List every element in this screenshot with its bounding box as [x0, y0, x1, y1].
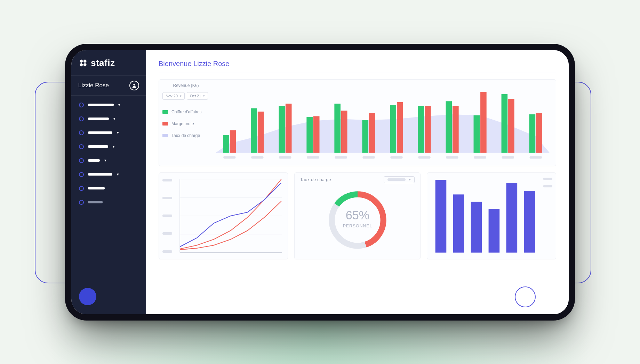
swatch-green: [162, 110, 168, 114]
svg-rect-23: [362, 156, 375, 159]
swatch-blue: [162, 134, 168, 137]
swatch-red: [162, 122, 168, 126]
svg-rect-27: [418, 106, 424, 153]
chevron-down-icon: ▾: [113, 118, 116, 120]
nav-label-skeleton: [88, 104, 114, 106]
sidebar-item-1[interactable]: ▾: [75, 113, 142, 125]
main-content: Bienvenue Lizzie Rose Revenue (K€) Nov 2…: [146, 50, 569, 314]
svg-rect-40: [536, 113, 542, 153]
chevron-down-icon: ▾: [117, 131, 119, 134]
taux-card: Taux de charge ▾ 65%PERSONNEL: [294, 172, 421, 259]
bar-chart-card: [427, 172, 556, 259]
chevron-down-icon: ▾: [409, 178, 411, 181]
home-button[interactable]: [515, 286, 536, 307]
date-to-select[interactable]: Oct 21 ▾: [187, 92, 208, 100]
svg-point-5: [133, 83, 135, 85]
svg-rect-24: [390, 105, 396, 153]
nav-label-skeleton: [88, 201, 103, 203]
sidebar-item-2[interactable]: ▾: [75, 127, 142, 139]
line-chart: [178, 177, 283, 255]
svg-text:PERSONNEL: PERSONNEL: [343, 223, 372, 228]
ring-icon: [79, 158, 84, 163]
legend-item-ca: Chiffre d'affaires: [162, 110, 209, 114]
device-frame: stafiz Lizzie Rose ▾▾▾▾▾▾ Bienvenue Lizz…: [71, 50, 569, 314]
date-from-select[interactable]: Nov 20 ▾: [162, 92, 185, 100]
ring-icon: [79, 144, 84, 149]
svg-rect-25: [397, 102, 403, 153]
ring-icon: [79, 103, 84, 107]
sidebar-item-4[interactable]: ▾: [75, 155, 142, 167]
fab-button[interactable]: [79, 288, 96, 305]
nav-label-skeleton: [88, 159, 100, 162]
svg-rect-35: [474, 156, 486, 159]
svg-rect-8: [223, 156, 235, 159]
svg-rect-39: [529, 114, 536, 153]
y-axis-skeleton: [162, 179, 174, 253]
taux-select[interactable]: ▾: [384, 176, 415, 183]
svg-point-4: [82, 62, 85, 64]
ring-icon: [79, 172, 84, 177]
legend-item-marge: Marge brute: [162, 121, 209, 126]
sidebar-item-0[interactable]: ▾: [75, 99, 142, 111]
ring-icon: [79, 200, 84, 205]
sidebar-item-3[interactable]: ▾: [75, 141, 142, 153]
svg-rect-26: [390, 156, 402, 159]
svg-rect-52: [453, 194, 464, 252]
svg-rect-38: [502, 156, 514, 159]
revenue-controls: Revenue (K€) Nov 20 ▾ Oct 21 ▾ Chiffre d…: [159, 80, 213, 166]
page-title: Bienvenue Lizzie Rose: [159, 60, 556, 73]
avatar-icon: [129, 81, 139, 90]
svg-rect-7: [230, 130, 236, 153]
chevron-down-icon: ▾: [104, 159, 107, 162]
svg-rect-6: [223, 135, 229, 153]
svg-rect-20: [335, 156, 347, 159]
svg-rect-37: [508, 99, 514, 153]
nav-label-skeleton: [88, 187, 105, 189]
chevron-down-icon: ▾: [180, 94, 182, 98]
revenue-card: Revenue (K€) Nov 20 ▾ Oct 21 ▾ Chiffre d…: [159, 79, 556, 166]
chevron-down-icon: ▾: [117, 173, 119, 176]
nav-label-skeleton: [88, 118, 109, 120]
revenue-title: Revenue (K€): [162, 83, 209, 88]
svg-rect-53: [471, 202, 482, 252]
svg-rect-22: [369, 113, 375, 153]
svg-rect-29: [418, 156, 430, 159]
sidebar-nav: ▾▾▾▾▾▾: [71, 96, 146, 212]
svg-rect-16: [313, 116, 320, 153]
revenue-chart: [213, 80, 556, 166]
chevron-down-icon: ▾: [203, 94, 205, 98]
taux-label: Taux de charge: [300, 177, 331, 182]
svg-rect-21: [362, 120, 368, 153]
legend-item-taux: Taux de charge: [162, 133, 209, 138]
donut-chart: 65%PERSONNEL: [300, 185, 415, 255]
bar-legend-skeleton: [543, 178, 552, 187]
svg-rect-17: [307, 156, 319, 159]
svg-rect-14: [279, 156, 291, 159]
nav-label-skeleton: [88, 145, 108, 148]
brand-icon: [78, 58, 88, 68]
svg-rect-10: [258, 111, 264, 153]
svg-rect-15: [306, 117, 313, 153]
sidebar-item-7[interactable]: [75, 196, 142, 208]
svg-rect-32: [446, 156, 458, 159]
nav-label-skeleton: [88, 173, 112, 176]
svg-rect-55: [506, 183, 518, 252]
ring-icon: [79, 130, 84, 135]
revenue-legend: Chiffre d'affaires Marge brute Taux de c…: [162, 110, 209, 138]
svg-text:65%: 65%: [345, 209, 369, 222]
nav-label-skeleton: [88, 131, 112, 134]
svg-rect-36: [502, 94, 508, 153]
chevron-down-icon: ▾: [112, 145, 115, 148]
sidebar: stafiz Lizzie Rose ▾▾▾▾▾▾: [71, 50, 146, 314]
chevron-down-icon: ▾: [118, 104, 121, 106]
svg-rect-12: [279, 106, 285, 153]
svg-rect-9: [251, 108, 257, 153]
svg-rect-18: [334, 103, 341, 152]
svg-rect-56: [524, 191, 535, 252]
svg-rect-28: [425, 106, 431, 153]
sidebar-item-5[interactable]: ▾: [75, 169, 142, 180]
user-row[interactable]: Lizzie Rose: [71, 75, 146, 96]
ring-icon: [79, 186, 84, 191]
svg-rect-34: [480, 92, 487, 153]
sidebar-item-6[interactable]: [75, 183, 142, 194]
